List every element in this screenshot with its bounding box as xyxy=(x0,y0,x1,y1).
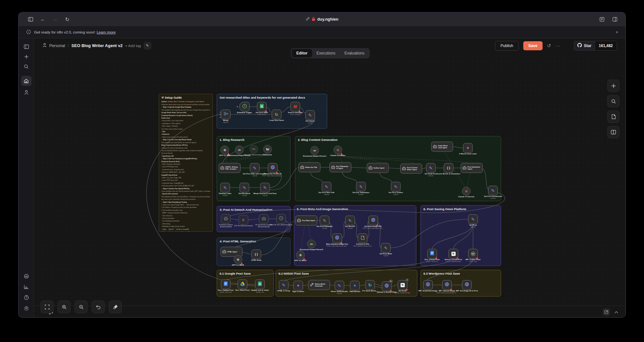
count-words-characters-node[interactable]: { }Count Words & Characters xyxy=(444,163,453,173)
add-tag-button[interactable]: + Add tag xyxy=(125,44,141,48)
set-base64-node[interactable]: ✎Set Base64manual xyxy=(345,216,355,225)
tab-executions[interactable]: Executions xyxy=(312,49,340,57)
gpt-4-1-mini1-node[interactable]: ✳GPT 4.1 Mini1 xyxy=(296,251,305,259)
post-meta-agent-node[interactable]: Post Meta Agent xyxy=(295,216,317,226)
zoom-to-fit-button[interactable] xyxy=(41,300,53,313)
structured-output-parser2-node[interactable]: </>Structured Output Parser2 xyxy=(307,240,316,249)
set-post-kws-and-insights-node[interactable]: ✎Set Post KWs and Insightsmanual xyxy=(250,163,260,173)
doc-update-post-node[interactable]: Doc: Update Postupdate: document xyxy=(221,279,231,289)
structured-output-parser1-node[interactable]: </>Structured Output Parser1 xyxy=(310,146,319,155)
set-key-takeaways-node[interactable]: ✎Set Key Takeawaysmanual xyxy=(356,182,366,191)
for-each-block-node[interactable]: ↻For Each Block… xyxy=(365,280,375,290)
wait-30-sec-deactivated-node[interactable]: Wait 30 Sec (Deactivated) xyxy=(276,214,286,224)
merge-research-and-serp-node[interactable]: ✎Merge Research And Serpmanual xyxy=(260,183,270,192)
set-research-node[interactable]: ✎Set Researchmanual xyxy=(240,183,249,192)
sidebar-insights-icon[interactable] xyxy=(21,282,32,292)
doc-short-post-node[interactable]: Doc: Short Post xyxy=(238,279,247,289)
forward-button-icon[interactable]: → xyxy=(50,15,60,24)
perplexity-research-node[interactable]: Perplexity ResearchPOST: https://api.per… xyxy=(268,163,278,173)
cleanup-links-node[interactable]: ✎Cleanup Linksmanual xyxy=(220,183,230,192)
save-button[interactable]: Save xyxy=(523,41,543,50)
wikipedia-node[interactable]: WWikipedia xyxy=(263,145,272,154)
nano-banana-image-gen-node[interactable]: Nano Banana Image GenPOST: https://openr… xyxy=(332,233,342,243)
get-post-titles-node[interactable]: Get post titlesread: sheet xyxy=(257,102,267,112)
sidebar-user-icon[interactable] xyxy=(21,87,32,97)
wp-create-post-node[interactable]: WWP: Create Post!create: post xyxy=(468,249,478,259)
tab-editor[interactable]: Editor xyxy=(292,49,312,57)
set-post-metadata-node[interactable]: ✎Set Post Metadatamanual xyxy=(320,216,329,225)
if-words-over-limit-node[interactable]: ▼If Words Over Limit xyxy=(463,143,473,153)
back-button-icon[interactable]: ← xyxy=(38,15,48,24)
wp-upload-image-node[interactable]: WP: Upload ImagePOST: https://yourwordpr… xyxy=(442,280,452,290)
html-to-array-node[interactable]: ✎HTML to Array xyxy=(279,280,289,290)
canvas-search-button[interactable] xyxy=(607,95,620,107)
schedule-trigger-node[interactable]: Schedule Trigger xyxy=(239,102,250,112)
notion-create-post-node[interactable]: NNotion: Create Postcreate: databasePage xyxy=(449,249,458,259)
set-inputs-node[interactable]: ✎Set Inputsmanual xyxy=(305,110,315,120)
workflow-title[interactable]: SEO Blog Writer Agent v2 xyxy=(71,43,123,48)
ai-detect-agent-deactivated-node[interactable]: AI Detect Agent (Deactivated) xyxy=(221,214,231,224)
set-post-node[interactable]: ✎Set Postmanual xyxy=(468,214,478,224)
set-done-node[interactable]: N1Set Doneupdate: databasePage xyxy=(398,280,407,290)
doc-create-post-node[interactable]: Doc: Create Postcreate: document xyxy=(427,249,437,259)
workflow-canvas[interactable]: Get researched titles and keywords for n… xyxy=(34,53,625,305)
sticky-note-setup-guide[interactable]: ⚒ Setup GuideAuthor: Sohail Jafri | Yout… xyxy=(159,94,213,232)
send-a-message-node[interactable]: MSend a messagesend: message xyxy=(290,102,300,112)
ai-humanize-agent-deactivated-node[interactable]: AI Humanize Agent (Deactivated) xyxy=(259,214,269,224)
structured-output-parser-node[interactable]: </>Structured Output Parser xyxy=(235,146,244,154)
parse-json-blocks-node[interactable]: ✎Parse JSON blocksmanual xyxy=(335,281,344,290)
sidebar-home-icon[interactable] xyxy=(21,76,32,86)
sidebar-settings-icon[interactable] xyxy=(21,303,32,313)
banner-close-icon[interactable]: × xyxy=(616,30,618,35)
reload-icon[interactable]: ↻ xyxy=(62,15,72,24)
wp-download-image-node[interactable]: WP: Download Image xyxy=(423,280,433,290)
sidebar-panel-toggle-icon[interactable] xyxy=(21,42,32,52)
set-post-humanized-node[interactable]: ✎Set Post Humanizedmanual xyxy=(488,186,498,195)
breadcrumb-project[interactable]: Personal xyxy=(49,44,65,48)
wp-set-image-id-in-post-node[interactable]: WP: Set Image ID In Post xyxy=(462,280,472,290)
update-row-in-sheet-node[interactable]: Update row in sheetupdate: row xyxy=(255,279,265,289)
banner-learn-more-link[interactable]: Learn more xyxy=(97,30,116,34)
under-word-limit-agent-node[interactable]: Under Word Limit Agent xyxy=(431,142,453,152)
sidebar-help-icon[interactable] xyxy=(21,292,32,303)
tags-to-items-node[interactable]: ▼Tags to Items xyxy=(293,281,303,290)
merge-node[interactable]: Mergeappend xyxy=(221,110,231,119)
logs-panel[interactable]: Logs xyxy=(34,306,625,318)
tab-evaluations[interactable]: Evaluations xyxy=(340,49,369,57)
sidebar-add-icon[interactable] xyxy=(21,52,32,62)
convert-to-file-node[interactable]: Convert to FileMove Base64 String to Fil… xyxy=(358,233,367,243)
logs-popout-icon[interactable] xyxy=(603,308,610,316)
sidebar-search-icon[interactable] xyxy=(21,61,32,72)
key-takeaways-ai-agent-node[interactable]: Key Takeaways AI Agent xyxy=(329,162,351,172)
browser-split-view-icon[interactable] xyxy=(610,15,620,24)
edit-workflow-icon[interactable]: ✎ xyxy=(144,42,151,50)
get-new-image-url-node[interactable]: Get New Image URLPOST: https://api.imgbb… xyxy=(368,216,378,225)
sidebar-cloud-icon[interactable] xyxy=(21,271,32,281)
history-icon[interactable]: ↺ xyxy=(547,43,551,49)
refine-the-title-node[interactable]: Refine the Title xyxy=(298,162,320,172)
set-post-meta-node[interactable]: ✎Set Post Metamanual xyxy=(381,243,391,253)
tidy-up-button[interactable] xyxy=(109,300,122,313)
add-node-button[interactable] xyxy=(607,80,620,92)
zoom-in-button[interactable] xyxy=(58,300,71,313)
toggle-panel-button[interactable] xyxy=(607,126,620,138)
gpt-4-1-mini2-node[interactable]: ✳GPT 4.1 Mini2 xyxy=(234,255,242,264)
outline-agent-node[interactable]: Outline Agent xyxy=(367,163,389,173)
claude-3-5-haiku-node[interactable]: ✳Claude 3.5 Haiku xyxy=(334,146,342,154)
notion-block-generator-node[interactable]: Notion Block Generator xyxy=(308,280,330,290)
set-post-new-title-node[interactable]: ✎Set Post New Titlemanual xyxy=(322,182,331,191)
set-post-outline-node[interactable]: ✎Set Post Outlinemanual xyxy=(391,182,401,191)
undo-button[interactable] xyxy=(92,300,105,313)
publish-button[interactable]: Publish xyxy=(495,41,518,51)
browser-notes-icon[interactable] xyxy=(597,15,607,24)
post-content-writer-agent-node[interactable]: Post Content Writer Agent xyxy=(400,164,422,174)
serpapi-deactivated-node[interactable]: SerpSerpAPI (Deactivated) xyxy=(250,145,258,154)
post-humanizer-agent-node[interactable]: Post Humanizer Agent xyxy=(461,163,483,173)
valid-blocks-node[interactable]: ▼Valid Blocks xyxy=(350,281,360,290)
more-options-icon[interactable]: ··· xyxy=(555,43,560,48)
browser-sidebar-toggle-icon[interactable] xyxy=(26,15,35,24)
gpt-4-1-mini-node[interactable]: ✳GPT 4.1 Mini xyxy=(221,146,229,154)
zoom-out-button[interactable] xyxy=(75,300,88,313)
add-sticky-note-button[interactable] xyxy=(607,111,620,123)
address-bar[interactable]: duy.nghien xyxy=(306,13,338,26)
